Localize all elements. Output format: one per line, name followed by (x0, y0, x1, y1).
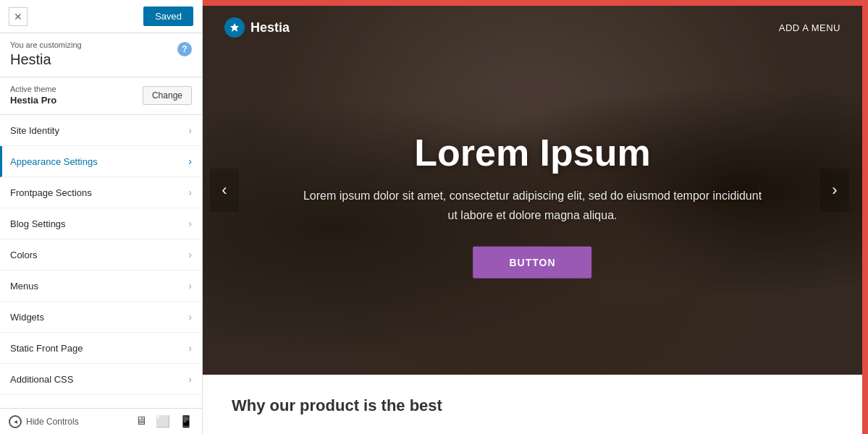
device-icons: 🖥 ⬜ 📱 (135, 414, 193, 428)
customizing-label: You are customizing (10, 41, 82, 49)
sidebar-item-additional-css[interactable]: Additional CSS › (0, 364, 202, 395)
close-button[interactable]: ✕ (9, 7, 28, 26)
chevron-right-icon: › (188, 373, 192, 385)
panel-footer: ◂ Hide Controls 🖥 ⬜ 📱 (0, 408, 202, 434)
nav-list: Site Identity › Appearance Settings › Fr… (0, 115, 202, 408)
hero-cta-button[interactable]: BUTTON (473, 247, 591, 278)
preview-inner: Hestia ADD A MENU Lorem Ipsum Lorem ipsu… (203, 6, 862, 434)
panel-header: ✕ Saved (0, 0, 202, 33)
desktop-icon[interactable]: 🖥 (135, 414, 147, 428)
chevron-right-icon: › (188, 156, 192, 167)
tablet-icon[interactable]: ⬜ (156, 414, 170, 428)
saved-button[interactable]: Saved (143, 7, 193, 26)
hero-navbar: Hestia ADD A MENU (203, 6, 862, 49)
site-logo: Hestia (224, 17, 290, 38)
below-hero-title: Why our product is the best (232, 396, 833, 415)
add-menu-link[interactable]: ADD A MENU (779, 22, 840, 33)
chevron-right-icon: › (188, 311, 192, 323)
below-hero-section: Why our product is the best (203, 375, 862, 434)
active-theme-label: Active theme (10, 85, 56, 93)
sidebar-item-frontpage-sections[interactable]: Frontpage Sections › (0, 177, 202, 208)
sidebar-item-widgets[interactable]: Widgets › (0, 302, 202, 333)
sidebar-item-colors[interactable]: Colors › (0, 239, 202, 271)
hero-prev-arrow[interactable]: ‹ (210, 169, 239, 212)
hide-controls-button[interactable]: ◂ Hide Controls (9, 415, 79, 428)
change-theme-button[interactable]: Change (143, 86, 192, 105)
hero-title: Lorem Ipsum (302, 131, 764, 174)
sidebar-item-appearance-settings[interactable]: Appearance Settings › (0, 146, 202, 177)
chevron-right-icon: › (188, 342, 192, 354)
preview-border-right (862, 0, 868, 434)
hide-controls-label: Hide Controls (26, 417, 79, 427)
mobile-icon[interactable]: 📱 (179, 414, 193, 428)
sidebar-item-blog-settings[interactable]: Blog Settings › (0, 208, 202, 239)
customizing-section: You are customizing Hestia ? (0, 33, 202, 77)
sidebar-item-menus[interactable]: Menus › (0, 271, 202, 302)
chevron-right-icon: › (188, 249, 192, 260)
site-name: Hestia (10, 51, 82, 68)
chevron-right-icon: › (188, 124, 192, 136)
hero-next-arrow[interactable]: › (820, 169, 849, 212)
preview-area: Hestia ADD A MENU Lorem Ipsum Lorem ipsu… (203, 0, 868, 434)
chevron-right-icon: › (188, 187, 192, 198)
hero-content: Lorem Ipsum Lorem ipsum dolor sit amet, … (302, 131, 764, 278)
active-theme-name: Hestia Pro (10, 95, 56, 106)
hero-subtitle: Lorem ipsum dolor sit amet, consectetur … (302, 186, 764, 225)
help-icon[interactable]: ? (177, 42, 192, 56)
hide-controls-icon: ◂ (9, 415, 22, 428)
sidebar-item-static-front-page[interactable]: Static Front Page › (0, 333, 202, 364)
hero-section: Hestia ADD A MENU Lorem Ipsum Lorem ipsu… (203, 6, 862, 375)
chevron-right-icon: › (188, 218, 192, 229)
active-theme-section: Active theme Hestia Pro Change (0, 77, 202, 115)
logo-text: Hestia (250, 20, 290, 35)
chevron-right-icon: › (188, 280, 192, 292)
logo-icon (224, 17, 245, 38)
sidebar-item-site-identity[interactable]: Site Identity › (0, 115, 202, 146)
customizer-panel: ✕ Saved You are customizing Hestia ? Act… (0, 0, 203, 434)
preview-border-top (203, 0, 868, 6)
